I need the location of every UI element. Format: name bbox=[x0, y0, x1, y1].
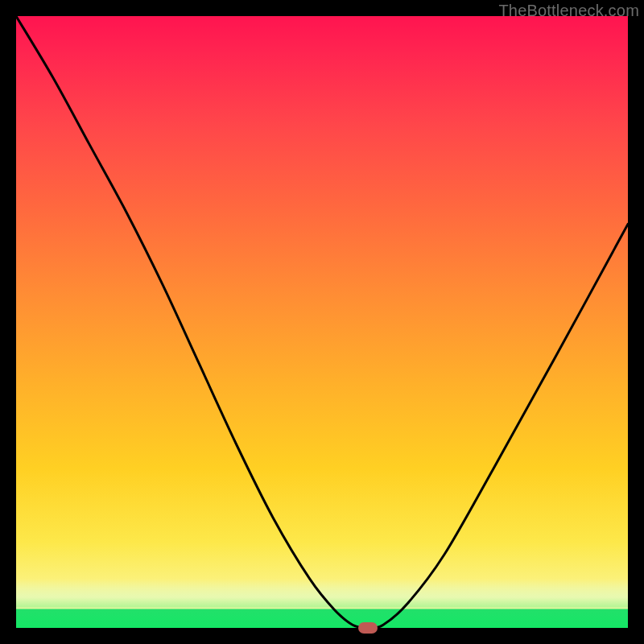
chart-frame: TheBottleneck.com bbox=[0, 0, 644, 644]
plot-area bbox=[16, 16, 628, 628]
optimal-marker bbox=[358, 622, 378, 634]
bottleneck-curve bbox=[16, 16, 628, 628]
